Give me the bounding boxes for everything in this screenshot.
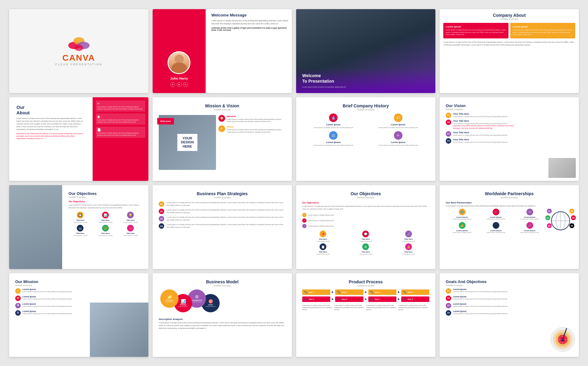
mission-item-4-title: Lorem Ipsum bbox=[23, 310, 72, 312]
mission-content: Mission Lorem ipsum is simply dummy text… bbox=[227, 115, 286, 123]
history-items: 💧 Lorem Ipsum Lorem ipsum is simply dumm… bbox=[302, 113, 429, 147]
slide-16: Goals And Objectives Subtitle Example 01… bbox=[440, 273, 579, 357]
partner-4: 💰 Lorem Ipsum Lorem ipsum simply dummy bbox=[446, 222, 478, 234]
goal-num-3: 03 bbox=[446, 303, 451, 308]
slide-4-boxes: Lorem Ipsum Lorem ipsum is simply dummy … bbox=[443, 23, 575, 38]
vision-item-2-content: Your Title Here Lorem ipsum is simply du… bbox=[453, 120, 519, 130]
mission-item-1-text: Lorem ipsum is simply dummy text of the … bbox=[23, 291, 72, 293]
slide-6-image: YOURDESIGNHERE Welcome bbox=[159, 115, 216, 170]
best-partnerships-label: Our Best Partnerships bbox=[446, 201, 573, 204]
wp-subtitle: Subtitle Example bbox=[446, 196, 573, 199]
mission-text: Lorem ipsum is simply dummy text of the … bbox=[227, 118, 286, 123]
partner-text-1: Lorem ipsum simply dummy bbox=[446, 218, 478, 220]
wp-title: Worldwide Partnerships bbox=[446, 191, 573, 196]
step-5-icon: 🐾 bbox=[304, 298, 307, 301]
wp-content: 🌐 Lorem Ipsum Lorem ipsum simply dummy 🛒… bbox=[446, 209, 573, 234]
mission-box: 🧭 Mission Lorem ipsum is simply dummy te… bbox=[218, 115, 286, 123]
info-box-3: 📄 Lorem ipsum is simply dummy text of th… bbox=[96, 127, 145, 138]
obj2-circle-2: 💬 bbox=[362, 231, 369, 237]
obj2-text-1: Lorem ipsum small bbox=[302, 240, 344, 242]
mission-vision-subtitle: Subtitle Example bbox=[159, 108, 286, 111]
mission-item-4-content: Lorem Ipsum Lorem ipsum is simply dummy … bbox=[23, 310, 72, 315]
slide-9: Our Objectives Subtitle Example Six Obje… bbox=[9, 185, 148, 269]
mission-vision-title: Mission & Vision bbox=[159, 103, 286, 108]
check-icon-3: ✓ bbox=[302, 224, 306, 228]
goal-3-title: Lorem Ipsum bbox=[453, 303, 508, 305]
check-text-3: Lorem ipsum is simply dummy text bbox=[308, 225, 334, 227]
canva-brand-name: CANVA bbox=[62, 53, 95, 63]
objectives-body: Lorem ipsum is simply dummy text of the … bbox=[69, 204, 142, 209]
obj2-circle-5: ⚙ bbox=[362, 243, 369, 250]
mission-item-2-text: Lorem ipsum is simply dummy text of the … bbox=[23, 298, 72, 300]
obj-text-1: Lorem ipsum a small bbox=[69, 221, 92, 223]
step-8: 🐾Step 8 bbox=[401, 296, 429, 302]
history-label-2: Lorem Ipsum bbox=[391, 123, 405, 126]
slide-8: Our Vision Subtitle Example 01 Your Titl… bbox=[440, 97, 579, 181]
globe-icon[interactable]: ⊕ bbox=[170, 82, 175, 87]
goal-num-2: 02 bbox=[446, 296, 451, 301]
step-3: 🐾Step 3 bbox=[368, 289, 396, 295]
goal-2-title: Lorem Ipsum bbox=[453, 296, 508, 298]
bm-title: Business Model bbox=[159, 279, 286, 284]
vision-num-2: 02 bbox=[446, 120, 451, 125]
goal-4-content: Lorem Ipsum Lorem ipsum is simply dummy … bbox=[453, 310, 508, 315]
obj-text-2: Lorem ipsum a small bbox=[94, 221, 117, 223]
slide-3-content: WelcomeTo Presentation Lorem ipsum dolor… bbox=[296, 68, 435, 93]
six-objectives-label: Six Objectives bbox=[69, 200, 142, 203]
linkedin-icon[interactable]: in bbox=[183, 82, 188, 87]
obj-circle-2: 📊 bbox=[102, 212, 109, 218]
mission-icon-2: 🎨 bbox=[15, 296, 21, 301]
obj2-icon-6: 🔒 Title Here Lorem ipsum small bbox=[388, 243, 429, 255]
our-mission-subtitle: Subtitle Example bbox=[15, 284, 142, 287]
partner-text-6: Lorem ipsum simply dummy bbox=[513, 231, 546, 233]
box2-text: Lorem ipsum is simply dummy text of the … bbox=[513, 29, 573, 36]
strategy-num-3: 03 bbox=[159, 216, 164, 221]
process-col-1: Lorem ipsum is simply dummy text of the … bbox=[302, 304, 333, 311]
box1-text: Lorem ipsum is simply dummy text of the … bbox=[446, 29, 506, 36]
vision-num-4: 04 bbox=[446, 138, 451, 144]
arrow-5: ▶ bbox=[331, 296, 334, 302]
arrow-6: ▶ bbox=[365, 296, 367, 302]
presenter-name: John Harry bbox=[170, 77, 188, 80]
slide-12: Worldwide Partnerships Subtitle Example … bbox=[440, 185, 579, 269]
slide-9-content: Our Objectives Subtitle Example Six Obje… bbox=[66, 188, 145, 239]
mission-item-3-text: Lorem ipsum is simply dummy text of the … bbox=[23, 305, 72, 307]
slide-14-inner: Business Model Subtitle Example 📁 Struct… bbox=[156, 276, 289, 333]
box1-label: Lorem Ipsum bbox=[446, 25, 506, 28]
obj2-circle-3: 🔗 bbox=[405, 231, 412, 237]
scissors-icon: ✂ bbox=[97, 102, 144, 105]
mission-icon: 🧭 bbox=[218, 115, 225, 122]
strategy-2: 02 Lorem ipsum is simply dummy text of t… bbox=[159, 209, 286, 214]
desc-title: Description Analysis bbox=[159, 318, 286, 321]
history-item-3: ⚖ Lorem Ipsum Lorem ipsum is simply dumm… bbox=[302, 131, 365, 147]
obj2-label-6: Title Here bbox=[388, 251, 429, 253]
welcome-badge: Welcome bbox=[157, 118, 174, 124]
avatar bbox=[168, 51, 190, 74]
bps-subtitle: Subtitle Example bbox=[159, 196, 286, 199]
obj2-title: Our Objectives bbox=[302, 191, 429, 196]
slide-10-inner: Business Plan Strategies Subtitle Exampl… bbox=[156, 188, 289, 232]
obj-label-2: Title Here bbox=[94, 219, 117, 221]
canva-logo: CANVA CLEAN PRESENTATION bbox=[55, 36, 102, 66]
slide-2-left-panel: John Harry ⊕ ◈ in bbox=[153, 9, 206, 93]
obj-label-5: Title Here bbox=[94, 232, 117, 234]
partner-5: 📱 Lorem Ipsum Lorem ipsum simply dummy bbox=[480, 222, 512, 234]
slide-16-content: Goals And Objectives Subtitle Example 01… bbox=[443, 276, 522, 321]
obj2-circle-4: 📋 bbox=[320, 243, 326, 250]
obj2-label-3: Title Here bbox=[388, 238, 429, 240]
partner-3: ✂ Lorem Ipsum Lorem ipsum simply dummy bbox=[513, 209, 546, 221]
goal-4-text: Lorem ipsum is simply dummy text of the … bbox=[453, 313, 508, 315]
goal-num-4: 04 bbox=[446, 310, 451, 316]
obj-circle-6: 🔖 bbox=[127, 225, 134, 231]
strategy-1: 01 Lorem ipsum is simply dummy text of t… bbox=[159, 201, 286, 207]
steps-grid: 🐾Step 1 ▶ 🐾Step 2 ▶ 🐾Step 3 ▶ 🐾Step 4 bbox=[302, 289, 429, 302]
structure-text: simply dummy text bbox=[163, 301, 175, 303]
mission-item-3: 💎 Lorem Ipsum Lorem ipsum is simply dumm… bbox=[15, 303, 85, 308]
process-col-4: Lorem ipsum is simply dummy text of the … bbox=[398, 304, 429, 311]
box-lorem-2: Lorem Ipsum Lorem ipsum is simply dummy … bbox=[510, 23, 576, 38]
vision-item-3-title: Your Title Here bbox=[453, 131, 508, 134]
goal-3-content: Lorem Ipsum Lorem ipsum is simply dummy … bbox=[453, 303, 508, 308]
instagram-icon[interactable]: ◈ bbox=[177, 82, 182, 87]
check-text-1: Lorem ipsum is simply dummy text bbox=[308, 214, 334, 216]
target-graphic bbox=[550, 327, 576, 354]
